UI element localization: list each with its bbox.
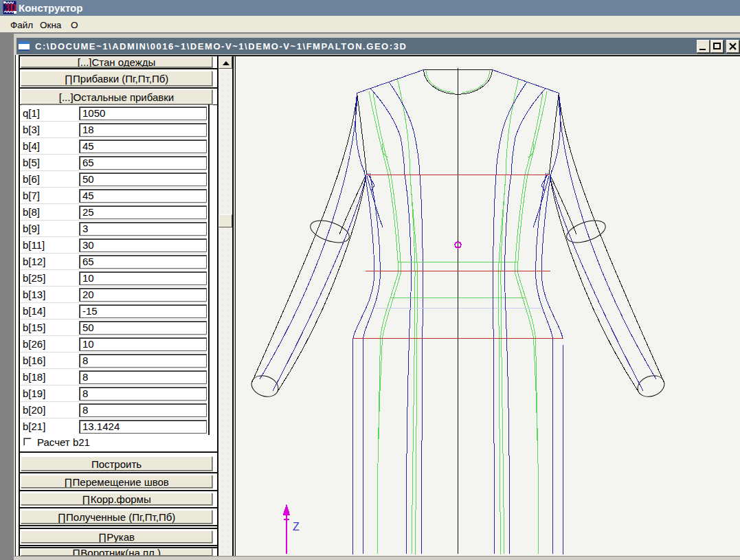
svg-text:Z: Z [293,521,300,533]
svg-text:3D: 3D [5,3,16,13]
